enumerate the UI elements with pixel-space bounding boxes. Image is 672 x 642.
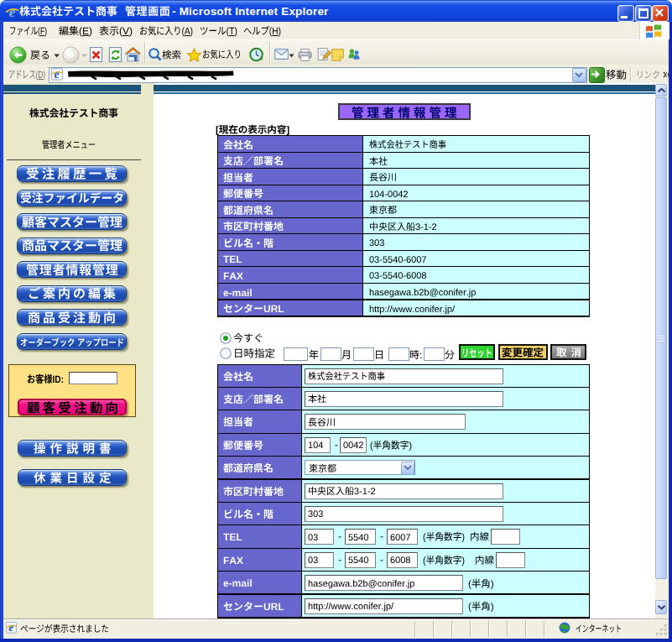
svg-text:e: e [55,68,60,81]
svg-text:e: e [8,622,13,634]
svg-text:e: e [9,4,16,20]
